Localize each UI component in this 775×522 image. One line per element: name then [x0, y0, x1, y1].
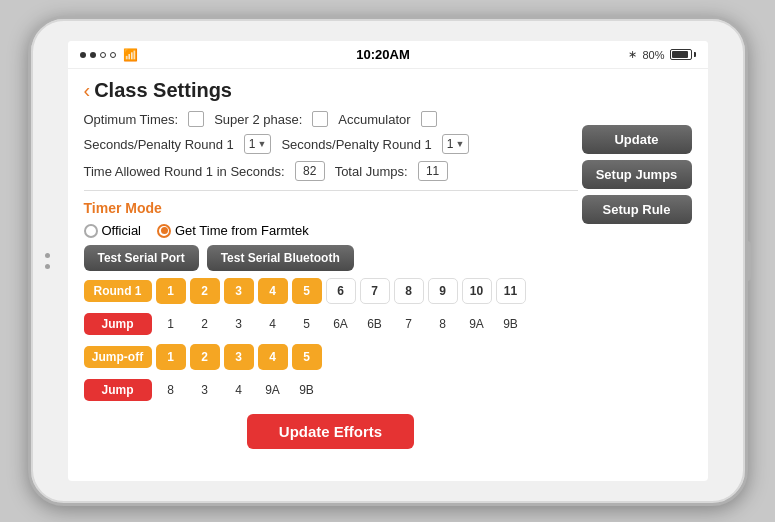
- jump2-cell-9b[interactable]: 9B: [292, 377, 322, 403]
- jumpoff-cell-4[interactable]: 4: [258, 344, 288, 370]
- round1-label: Round 1: [84, 280, 152, 302]
- radio-farmtek-inner: [161, 227, 168, 234]
- signal-dot-2: [90, 52, 96, 58]
- round1-cell-4[interactable]: 4: [258, 278, 288, 304]
- status-time: 10:20AM: [356, 47, 409, 62]
- jump1-cell-5[interactable]: 5: [292, 311, 322, 337]
- wifi-icon: 📶: [123, 48, 138, 62]
- spr1-arrow: ▼: [258, 139, 267, 149]
- jump1-cell-9b[interactable]: 9B: [496, 311, 526, 337]
- jumpoff-label: Jump-off: [84, 346, 152, 368]
- left-dot-2: [45, 264, 50, 269]
- round1-cell-11[interactable]: 11: [496, 278, 526, 304]
- settings-row-3: Time Allowed Round 1 in Seconds: 82 Tota…: [84, 161, 578, 181]
- round1-cell-2[interactable]: 2: [190, 278, 220, 304]
- battery-icon: [670, 49, 696, 60]
- spr1-select[interactable]: 1 ▼: [244, 134, 272, 154]
- test-serial-bluetooth-button[interactable]: Test Serial Bluetooth: [207, 245, 354, 271]
- content-wrapper: Update Setup Jumps Setup Rule ‹ Class Se…: [68, 69, 708, 481]
- right-buttons: Update Setup Jumps Setup Rule: [582, 125, 692, 224]
- super2-phase-checkbox[interactable]: [312, 111, 328, 127]
- status-right: ∗ 80%: [628, 48, 695, 61]
- time-allowed-label: Time Allowed Round 1 in Seconds:: [84, 164, 285, 179]
- jump1-cell-1[interactable]: 1: [156, 311, 186, 337]
- update-efforts-wrap: Update Efforts: [84, 414, 578, 449]
- divider-1: [84, 190, 578, 191]
- page-title-row: ‹ Class Settings: [84, 79, 578, 102]
- spr2-arrow: ▼: [455, 139, 464, 149]
- left-dot-1: [45, 253, 50, 258]
- round1-cell-7[interactable]: 7: [360, 278, 390, 304]
- test-serial-port-button[interactable]: Test Serial Port: [84, 245, 199, 271]
- jump1-cell-7[interactable]: 7: [394, 311, 424, 337]
- jump1-cell-6b[interactable]: 6B: [360, 311, 390, 337]
- back-arrow[interactable]: ‹: [84, 79, 91, 102]
- spr2-value: 1: [447, 137, 454, 151]
- jump2-cell-3[interactable]: 3: [190, 377, 220, 403]
- accumulator-checkbox[interactable]: [421, 111, 437, 127]
- jumpoff-cell-5[interactable]: 5: [292, 344, 322, 370]
- page-title: Class Settings: [94, 79, 232, 102]
- time-allowed-value[interactable]: 82: [295, 161, 325, 181]
- jump1-cell-9a[interactable]: 9A: [462, 311, 492, 337]
- round1-cell-8[interactable]: 8: [394, 278, 424, 304]
- battery-bar: [670, 49, 692, 60]
- radio-official[interactable]: Official: [84, 223, 142, 238]
- screen: 📶 10:20AM ∗ 80% Update Setup Jumps Se: [68, 41, 708, 481]
- battery-percent: 80%: [642, 49, 664, 61]
- signal-dot-1: [80, 52, 86, 58]
- round1-cell-10[interactable]: 10: [462, 278, 492, 304]
- spr2-label: Seconds/Penalty Round 1: [281, 137, 431, 152]
- signal-dot-4: [110, 52, 116, 58]
- left-dots: [45, 253, 50, 269]
- optimum-times-checkbox[interactable]: [188, 111, 204, 127]
- jump1-cell-3[interactable]: 3: [224, 311, 254, 337]
- test-buttons: Test Serial Port Test Serial Bluetooth: [84, 245, 578, 271]
- battery-tip: [694, 52, 696, 57]
- radio-farmtek[interactable]: Get Time from Farmtek: [157, 223, 309, 238]
- jumpoff-row: Jump-off 1 2 3 4 5: [84, 344, 578, 370]
- bluetooth-icon: ∗: [628, 48, 637, 61]
- battery-fill: [672, 51, 688, 58]
- signal-dot-3: [100, 52, 106, 58]
- jump1-cell-8[interactable]: 8: [428, 311, 458, 337]
- radio-official-outer: [84, 224, 98, 238]
- timer-mode-title: Timer Mode: [84, 200, 578, 216]
- round1-cell-6[interactable]: 6: [326, 278, 356, 304]
- side-button[interactable]: [745, 241, 751, 281]
- update-efforts-button[interactable]: Update Efforts: [247, 414, 414, 449]
- jumpoff-cell-2[interactable]: 2: [190, 344, 220, 370]
- round1-cell-1[interactable]: 1: [156, 278, 186, 304]
- status-left: 📶: [80, 48, 138, 62]
- jumpoff-cell-1[interactable]: 1: [156, 344, 186, 370]
- setup-rule-button[interactable]: Setup Rule: [582, 195, 692, 224]
- jump2-cell-4[interactable]: 4: [224, 377, 254, 403]
- update-button[interactable]: Update: [582, 125, 692, 154]
- jump2-label: Jump: [84, 379, 152, 401]
- jump2-cell-9a[interactable]: 9A: [258, 377, 288, 403]
- super2-phase-label: Super 2 phase:: [214, 112, 302, 127]
- total-jumps-value[interactable]: 11: [418, 161, 448, 181]
- accumulator-label: Accumulator: [338, 112, 410, 127]
- jump1-row: Jump 1 2 3 4 5 6A 6B 7 8 9A 9B: [84, 311, 578, 337]
- jumpoff-cell-3[interactable]: 3: [224, 344, 254, 370]
- radio-group: Official Get Time from Farmtek: [84, 223, 578, 238]
- jump2-cell-8[interactable]: 8: [156, 377, 186, 403]
- round1-cell-9[interactable]: 9: [428, 278, 458, 304]
- round1-cell-3[interactable]: 3: [224, 278, 254, 304]
- spr2-select[interactable]: 1 ▼: [442, 134, 470, 154]
- jump2-row: Jump 8 3 4 9A 9B: [84, 377, 578, 403]
- jump1-cell-2[interactable]: 2: [190, 311, 220, 337]
- round1-row: Round 1 1 2 3 4 5 6 7 8 9 10 11: [84, 278, 578, 304]
- setup-jumps-button[interactable]: Setup Jumps: [582, 160, 692, 189]
- radio-farmtek-outer: [157, 224, 171, 238]
- status-bar: 📶 10:20AM ∗ 80%: [68, 41, 708, 69]
- jump1-cell-4[interactable]: 4: [258, 311, 288, 337]
- jump1-label: Jump: [84, 313, 152, 335]
- total-jumps-label: Total Jumps:: [335, 164, 408, 179]
- radio-official-label: Official: [102, 223, 142, 238]
- spr1-label: Seconds/Penalty Round 1: [84, 137, 234, 152]
- jump1-cell-6a[interactable]: 6A: [326, 311, 356, 337]
- ipad-shell: 📶 10:20AM ∗ 80% Update Setup Jumps Se: [28, 16, 748, 506]
- round1-cell-5[interactable]: 5: [292, 278, 322, 304]
